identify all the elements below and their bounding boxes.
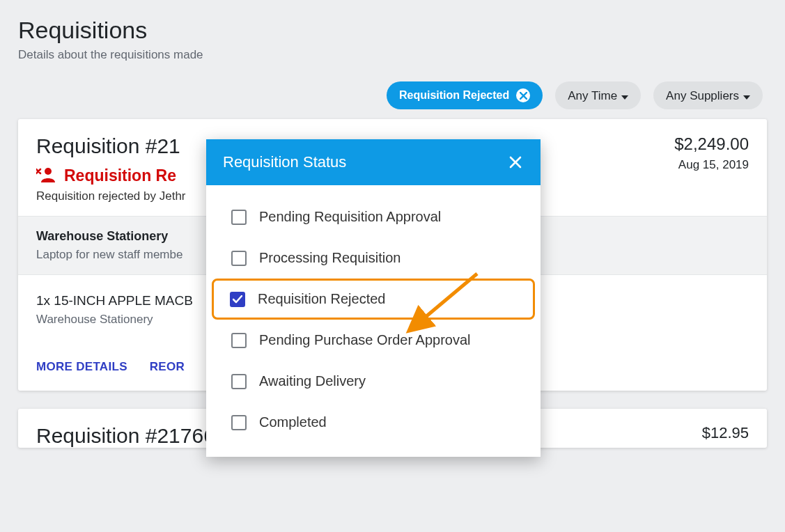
filter-row: Requisition Rejected Any Time Any Suppli…	[18, 81, 767, 109]
checkbox-checked-icon	[230, 292, 245, 307]
requisition-title: Requisition #21	[36, 134, 186, 158]
reorder-button[interactable]: REOR	[150, 360, 185, 374]
caret-down-icon	[621, 90, 628, 102]
filter-chip-suppliers-label: Any Suppliers	[666, 90, 739, 102]
status-option-rejected[interactable]: Requisition Rejected	[212, 279, 535, 320]
checkbox-icon	[231, 333, 247, 348]
clear-icon[interactable]	[516, 88, 530, 102]
option-label: Awaiting Delivery	[259, 373, 366, 389]
dropdown-list: Pending Requisition Approval Processing …	[206, 185, 541, 457]
checkbox-icon	[231, 251, 247, 266]
dropdown-title: Requisition Status	[223, 153, 346, 171]
status-option-processing[interactable]: Processing Requisition	[213, 237, 534, 279]
checkbox-icon	[231, 210, 247, 225]
option-label: Processing Requisition	[259, 250, 401, 266]
page-subtitle: Details about the requisitions made	[18, 48, 767, 62]
svg-point-0	[45, 168, 52, 175]
option-label: Pending Requisition Approval	[259, 209, 441, 225]
more-details-button[interactable]: MORE DETAILS	[36, 360, 127, 374]
option-label: Pending Purchase Order Approval	[259, 332, 471, 348]
option-label: Completed	[259, 414, 327, 430]
checkbox-icon	[231, 415, 247, 430]
requisition-amount: $12.95	[702, 424, 749, 442]
filter-chip-time-label: Any Time	[568, 90, 617, 102]
requisition-amount: $2,249.00	[674, 134, 749, 154]
status-option-pending-po-approval[interactable]: Pending Purchase Order Approval	[213, 320, 534, 361]
requisition-status-note: Requisition rejected by Jethr	[36, 189, 186, 203]
status-option-completed[interactable]: Completed	[213, 402, 534, 443]
filter-chip-status-label: Requisition Rejected	[399, 90, 509, 101]
requisition-date: Aug 15, 2019	[674, 158, 749, 172]
filter-chip-status[interactable]: Requisition Rejected	[387, 81, 543, 109]
option-label: Requisition Rejected	[258, 291, 385, 307]
status-option-awaiting-delivery[interactable]: Awaiting Delivery	[213, 361, 534, 402]
status-option-pending-req-approval[interactable]: Pending Requisition Approval	[213, 196, 534, 237]
status-dropdown: Requisition Status Pending Requisition A…	[206, 139, 541, 457]
requisition-status-label: Requisition Re	[64, 166, 176, 185]
person-rejected-icon	[36, 167, 56, 185]
caret-down-icon	[743, 90, 750, 102]
filter-chip-suppliers[interactable]: Any Suppliers	[653, 81, 763, 109]
page-title: Requisitions	[18, 17, 767, 44]
dropdown-header: Requisition Status	[206, 139, 541, 185]
checkbox-icon	[231, 374, 247, 389]
close-icon[interactable]	[507, 154, 524, 171]
filter-chip-time[interactable]: Any Time	[555, 81, 641, 109]
